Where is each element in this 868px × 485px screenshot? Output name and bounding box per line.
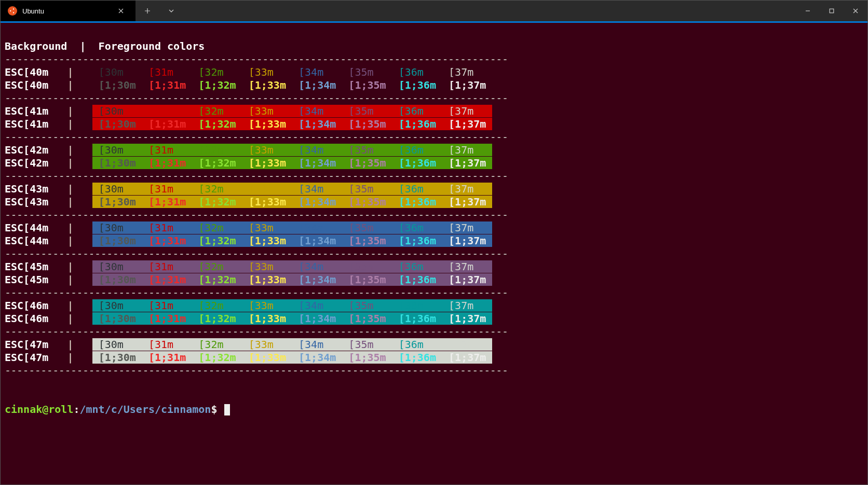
color-row: ESC[43m | [30m [31m [32m [33m [34m [35m … [5, 183, 863, 196]
color-row: ESC[46m | [30m [31m [32m [33m [34m [35m … [5, 299, 863, 312]
ubuntu-icon [8, 6, 17, 16]
color-row: ESC[40m | [30m [31m [32m [33m [34m [35m … [5, 66, 863, 79]
divider: ----------------------------------------… [5, 92, 863, 105]
new-tab-button[interactable] [135, 1, 159, 21]
maximize-button[interactable] [820, 1, 844, 21]
divider: ----------------------------------------… [5, 247, 863, 260]
tab-dropdown-button[interactable] [159, 1, 183, 21]
divider: ----------------------------------------… [5, 131, 863, 144]
tab-ubuntu[interactable]: Ubuntu [1, 1, 135, 21]
titlebar: Ubuntu [1, 1, 867, 21]
close-button[interactable] [844, 1, 867, 21]
color-row-bold: ESC[45m | [1;30m [1;31m [1;32m [1;33m [1… [5, 273, 863, 286]
tab-title: Ubuntu [22, 7, 108, 15]
color-row: ESC[44m | [30m [31m [32m [33m [34m [35m … [5, 221, 863, 234]
color-row-bold: ESC[40m | [1;30m [1;31m [1;32m [1;33m [1… [5, 79, 863, 92]
divider: ----------------------------------------… [5, 325, 863, 338]
color-row-bold: ESC[43m | [1;30m [1;31m [1;32m [1;33m [1… [5, 196, 863, 209]
divider: ----------------------------------------… [5, 209, 863, 221]
minimize-button[interactable] [796, 1, 820, 21]
color-row: ESC[42m | [30m [31m [32m [33m [34m [35m … [5, 144, 863, 157]
divider: ----------------------------------------… [5, 364, 863, 377]
color-row: ESC[47m | [30m [31m [32m [33m [34m [35m … [5, 338, 863, 351]
titlebar-spacer [183, 1, 796, 21]
divider: ----------------------------------------… [5, 53, 863, 66]
table-header: Background | Foreground colors [5, 40, 863, 53]
color-row-bold: ESC[42m | [1;30m [1;31m [1;32m [1;33m [1… [5, 157, 863, 170]
color-row-bold: ESC[47m | [1;30m [1;31m [1;32m [1;33m [1… [5, 351, 863, 364]
terminal-output[interactable]: Background | Foreground colors----------… [1, 23, 867, 484]
divider: ----------------------------------------… [5, 170, 863, 183]
svg-rect-4 [830, 9, 834, 13]
color-row: ESC[41m | [30m [31m [32m [33m [34m [35m … [5, 105, 863, 118]
color-row: ESC[45m | [30m [31m [32m [33m [34m [35m … [5, 260, 863, 273]
color-row-bold: ESC[46m | [1;30m [1;31m [1;32m [1;33m [1… [5, 312, 863, 325]
tab-close-button[interactable] [114, 1, 128, 21]
shell-prompt[interactable]: cinnak@roll:/mnt/c/Users/cinnamon$ [5, 403, 863, 416]
color-row-bold: ESC[44m | [1;30m [1;31m [1;32m [1;33m [1… [5, 234, 863, 247]
color-row-bold: ESC[41m | [1;30m [1;31m [1;32m [1;33m [1… [5, 118, 863, 131]
window-controls [796, 1, 867, 21]
cursor [224, 404, 230, 415]
divider: ----------------------------------------… [5, 286, 863, 299]
